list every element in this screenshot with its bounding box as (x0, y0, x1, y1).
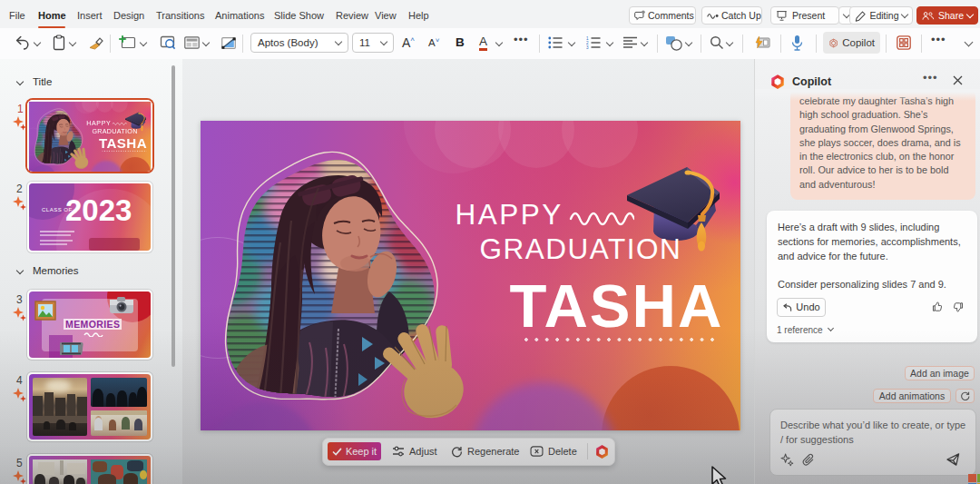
svg-text:3: 3 (586, 45, 589, 49)
